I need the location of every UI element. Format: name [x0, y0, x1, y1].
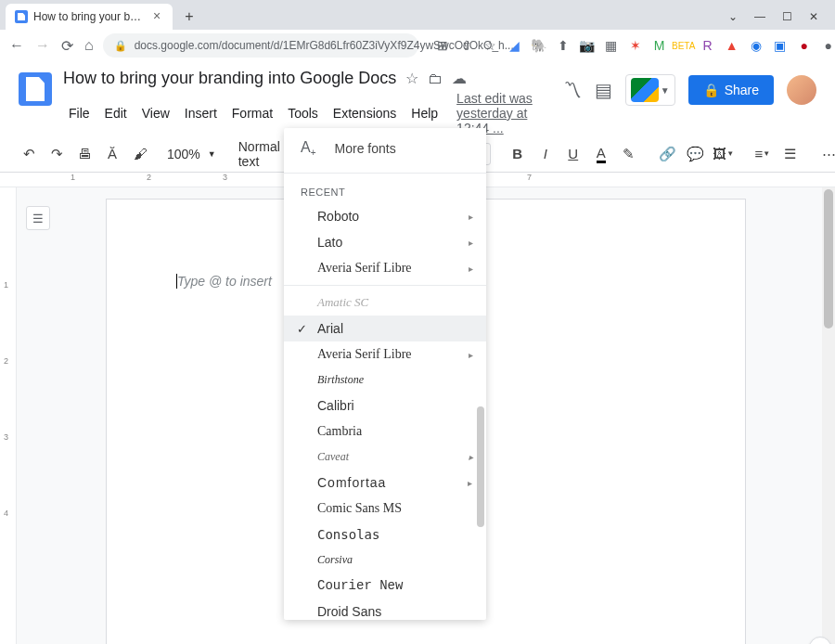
ext-icon-5[interactable]: M: [652, 38, 667, 53]
forward-icon: →: [35, 37, 50, 54]
menu-help[interactable]: Help: [405, 103, 443, 123]
font-item-droid-sans[interactable]: Droid Sans: [284, 599, 486, 620]
font-item-averia-serif-libre[interactable]: Averia Serif Libre: [284, 255, 486, 281]
back-icon[interactable]: ←: [9, 37, 24, 54]
font-item-roboto[interactable]: Roboto: [284, 203, 486, 229]
minimize-icon[interactable]: —: [754, 10, 765, 23]
font-item-caveat[interactable]: Caveat: [284, 444, 486, 470]
meet-icon[interactable]: [631, 78, 659, 102]
meet-dropdown-icon[interactable]: ▼: [661, 85, 670, 96]
comment-icon[interactable]: 💬: [684, 142, 708, 166]
home-icon[interactable]: ⌂: [84, 37, 94, 54]
font-item-arial[interactable]: Arial: [284, 316, 486, 341]
zoom-dropdown[interactable]: 100% ▼: [167, 147, 216, 161]
share-button[interactable]: 🔒 Share: [688, 75, 774, 105]
spellcheck-icon[interactable]: Ă: [100, 142, 124, 166]
font-item-birthstone[interactable]: Birthstone: [284, 367, 486, 393]
font-item-consolas[interactable]: Consolas: [284, 522, 486, 547]
ext-icon-6[interactable]: BETA: [676, 38, 691, 53]
font-item-comfortaa[interactable]: Comfortaa: [284, 470, 486, 496]
star-icon[interactable]: ☆: [483, 38, 498, 53]
font-menu: A+ More fonts RECENT RobotoLatoAveria Se…: [284, 128, 486, 620]
menu-file[interactable]: File: [63, 103, 96, 123]
font-item-calibri[interactable]: Calibri: [284, 393, 486, 419]
font-item-amatic-sc[interactable]: Amatic SC: [284, 290, 486, 316]
text-color-icon[interactable]: A: [589, 142, 613, 166]
line-spacing-icon[interactable]: ☰: [778, 142, 803, 166]
camera-icon[interactable]: 📷: [580, 38, 595, 53]
text-cursor: [176, 274, 177, 289]
cloud-icon[interactable]: ☁: [452, 70, 467, 87]
user-avatar[interactable]: [787, 75, 816, 105]
menu-extensions[interactable]: Extensions: [328, 103, 402, 123]
insert-placeholder: Type @ to insert: [177, 274, 272, 289]
close-tab-icon[interactable]: ×: [150, 10, 163, 23]
ext-icon-8[interactable]: ◉: [749, 38, 764, 53]
url-field[interactable]: 🔒 docs.google.com/document/d/1EMrG8d6Lfr…: [103, 33, 418, 58]
undo-icon[interactable]: ↶: [17, 142, 41, 166]
more-fonts-item[interactable]: A+ More fonts: [284, 128, 486, 169]
browser-chrome: How to bring your branding into... × + ⌄…: [0, 0, 835, 61]
share-label: Share: [725, 83, 759, 97]
redo-icon[interactable]: ↷: [45, 142, 69, 166]
docs-header: How to bring your branding into Google D…: [0, 61, 835, 135]
ext-icon-9[interactable]: ▣: [773, 38, 788, 53]
adobe-icon[interactable]: ▲: [725, 38, 739, 53]
window-controls: ⌄ — ☐ ✕: [728, 10, 829, 23]
image-icon[interactable]: 🖼 ▼: [712, 142, 736, 166]
comments-icon[interactable]: ▤: [595, 79, 612, 101]
pinterest-icon[interactable]: ●: [797, 38, 812, 53]
lock-icon: 🔒: [114, 40, 127, 52]
docs-favicon: [15, 10, 28, 23]
bold-icon[interactable]: B: [506, 142, 530, 166]
share-icon[interactable]: ⇪: [459, 38, 474, 53]
tab-bar: How to bring your branding into... × + ⌄…: [0, 0, 835, 30]
lock-share-icon: 🔒: [703, 83, 719, 97]
scrollbar-thumb[interactable]: [824, 189, 833, 328]
font-menu-scrollbar[interactable]: [477, 406, 484, 527]
browser-tab[interactable]: How to bring your branding into... ×: [6, 4, 173, 30]
vertical-ruler[interactable]: 1 2 3 4: [0, 187, 17, 644]
ext-icon-1[interactable]: ◢: [507, 38, 522, 53]
ext-icon-10[interactable]: ●: [821, 38, 835, 53]
paint-format-icon[interactable]: 🖌: [128, 142, 152, 166]
evernote-icon[interactable]: 🐘: [532, 38, 546, 53]
italic-icon[interactable]: I: [533, 142, 558, 166]
font-item-cambria[interactable]: Cambria: [284, 419, 486, 444]
font-item-comic-sans-ms[interactable]: Comic Sans MS: [284, 496, 486, 522]
font-item-lato[interactable]: Lato: [284, 229, 486, 255]
underline-icon[interactable]: U: [561, 142, 585, 166]
star-doc-icon[interactable]: ☆: [405, 70, 418, 87]
more-icon[interactable]: ⋯: [817, 142, 835, 166]
link-icon[interactable]: 🔗: [656, 142, 680, 166]
align-icon[interactable]: ≡ ▼: [751, 142, 775, 166]
print-icon[interactable]: 🖶: [72, 142, 96, 166]
menu-edit[interactable]: Edit: [99, 103, 133, 123]
maximize-icon[interactable]: ☐: [782, 10, 792, 23]
document-title[interactable]: How to bring your branding into Google D…: [63, 69, 396, 88]
scrollbar[interactable]: [822, 187, 835, 644]
ext-icon-4[interactable]: ✶: [628, 38, 643, 53]
reload-icon[interactable]: ⟳: [61, 37, 73, 55]
new-tab-button[interactable]: +: [178, 6, 200, 28]
menu-format[interactable]: Format: [226, 103, 278, 123]
menu-view[interactable]: View: [136, 103, 175, 123]
ext-icon-7[interactable]: R: [700, 38, 715, 53]
ext-icon-2[interactable]: ⬆: [556, 38, 571, 53]
menu-insert[interactable]: Insert: [179, 103, 223, 123]
ext-icon-3[interactable]: ▦: [604, 38, 619, 53]
font-item-averia-serif-libre[interactable]: Averia Serif Libre: [284, 341, 486, 367]
docs-logo[interactable]: [19, 72, 52, 106]
font-item-courier-new[interactable]: Courier New: [284, 573, 486, 599]
trends-icon[interactable]: 〽: [563, 80, 582, 101]
menu-tools[interactable]: Tools: [282, 103, 324, 123]
chevron-down-icon[interactable]: ⌄: [728, 10, 738, 23]
font-item-corsiva[interactable]: Corsiva: [284, 547, 486, 573]
highlight-icon[interactable]: ✎: [617, 142, 641, 166]
close-window-icon[interactable]: ✕: [809, 10, 818, 23]
tab-title: How to bring your branding into...: [33, 10, 145, 23]
add-font-icon: A+: [301, 139, 316, 158]
recent-label: RECENT: [284, 177, 486, 203]
qr-icon[interactable]: ⊞: [435, 38, 450, 53]
move-icon[interactable]: 🗀: [428, 71, 443, 87]
